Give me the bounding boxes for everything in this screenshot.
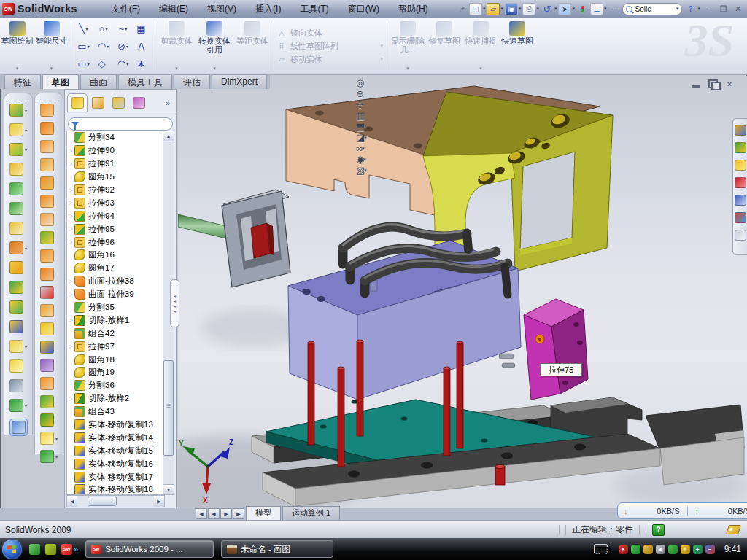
hole-wizard-icon[interactable]: ▾ <box>9 222 27 235</box>
scroll-thumb[interactable] <box>163 360 174 456</box>
no-entry-icon[interactable]: ▾ <box>40 286 58 299</box>
draft-icon[interactable]: ▾ <box>9 202 27 215</box>
scroll-up-arrow[interactable]: ▲ <box>163 131 174 141</box>
featuremanager-tab[interactable] <box>68 94 87 112</box>
green-cylinder-icon[interactable]: ▾ <box>40 413 58 427</box>
expand-arrow-icon[interactable]: ▷ <box>67 148 74 154</box>
input-method-keyboard-icon[interactable]: ⌨︎ <box>594 544 608 554</box>
taskbar-clock[interactable]: 9:41 <box>724 544 741 554</box>
antivirus-alert-icon[interactable]: ✕ <box>619 545 628 554</box>
expand-arrow-icon[interactable]: ▷ <box>67 239 74 245</box>
split-icon[interactable]: ▾ <box>9 300 27 314</box>
open-button[interactable]: ▱ <box>487 4 499 15</box>
feature-tree-item[interactable]: ▷ 实体-移动/复制16 <box>67 457 164 470</box>
intersect-icon[interactable]: ▾ <box>9 281 27 294</box>
ellipse-icon[interactable]: ⊘▾ <box>113 37 133 55</box>
toolbar-big-button[interactable]: 快速捕捉 ▾ <box>462 18 499 74</box>
ribbon-tab[interactable]: 模具工具 <box>118 74 172 89</box>
select-cursor-button[interactable]: ➤︎ <box>559 4 570 15</box>
rebuild-traffic-light-icon[interactable] <box>577 4 589 15</box>
document-tab[interactable]: 运动算例 1 <box>282 506 340 520</box>
configurationmanager-tab[interactable] <box>109 94 128 112</box>
menu-item[interactable]: 帮助(H) <box>389 1 438 18</box>
tree-horizontal-scrollbar[interactable]: ◀ ▶ <box>66 495 165 508</box>
security-app-icon[interactable] <box>45 544 56 555</box>
polygon-icon[interactable]: ◇▾ <box>93 55 113 72</box>
feature-tree-item[interactable]: ▷ 分割36 <box>67 379 164 392</box>
feature-tree-item[interactable]: ▷ 曲面-拉伸38 <box>67 275 164 288</box>
menu-item[interactable]: 窗口(W) <box>338 1 389 18</box>
feature-tree-item[interactable]: ▷ 拉伸90 <box>67 144 164 158</box>
menu-item[interactable]: 工具(T) <box>290 1 338 18</box>
network-speed-widget[interactable]: ↓ 0KB/S ↑ 0KB/S <box>617 502 747 519</box>
circle-icon[interactable]: ○▾ <box>93 20 113 37</box>
delete-face-icon[interactable]: ▾ <box>40 377 58 390</box>
rectangle-icon[interactable]: ▭▾ <box>74 37 93 55</box>
feature-tree-item[interactable]: ▷ 实体-移动/复制14 <box>67 431 164 444</box>
reference-axis-icon[interactable]: ▾ <box>9 379 27 392</box>
toolbar-list-button[interactable]: ⠿ 线性草图阵列 ▾ <box>276 41 384 52</box>
taskbar-window-solidworks[interactable]: SW SolidWorks 2009 - ... <box>85 540 214 558</box>
ruled-surface-icon[interactable]: ▾ <box>40 195 58 208</box>
point-icon[interactable]: ∗▾ <box>133 55 152 72</box>
design-library-icon[interactable] <box>735 142 746 153</box>
tag-icon[interactable] <box>726 525 741 534</box>
first-tab-button[interactable]: ◀ <box>196 508 207 519</box>
feature-tree-item[interactable]: ▷ 分割34 <box>67 131 164 144</box>
toolbar-big-button[interactable]: 剪裁实体 ▾ <box>158 18 196 74</box>
toolbar-overflow[interactable]: ⋯ <box>608 4 620 15</box>
expand-arrow-icon[interactable]: ▷ <box>67 317 74 323</box>
feature-tree-item[interactable]: ▷ 拉伸91 <box>67 158 164 171</box>
feature-tree-item[interactable]: ▷ 圆角17 <box>67 262 164 275</box>
minimize-button[interactable]: – <box>703 4 715 14</box>
scroll-left-arrow[interactable]: ◀ <box>67 496 77 507</box>
feature-tree-item[interactable]: ▷ 曲面-拉伸39 <box>67 288 164 301</box>
feature-tree-item[interactable]: ▷ 实体-移动/复制15 <box>67 444 164 457</box>
new-document-button[interactable]: ▢ <box>470 4 481 15</box>
green-block-icon[interactable]: ▾ <box>40 395 58 408</box>
feature-tree-item[interactable]: ▷ 圆角15 <box>67 171 164 184</box>
expand-arrow-icon[interactable]: ▷ <box>67 200 74 206</box>
save-button[interactable]: ▣ <box>506 4 517 15</box>
document-tab[interactable]: 模型 <box>246 506 281 520</box>
close-button[interactable]: ✕ <box>732 4 744 14</box>
feature-tree-item[interactable]: ▷ 切除-放样2 <box>67 392 164 405</box>
section-view-icon[interactable]: ▥▾ <box>356 110 367 121</box>
expand-arrow-icon[interactable]: ▷ <box>67 187 74 193</box>
toolbar-big-button[interactable]: 转换实体引用 ▾ <box>196 18 233 74</box>
model-nozzle-clamp[interactable] <box>222 190 290 287</box>
feature-tree-item[interactable]: ▷ 实体-移动/复制13 <box>67 419 164 432</box>
feature-tree-item[interactable]: ▷ 圆角18 <box>67 353 164 366</box>
fillet-icon[interactable]: ▾ <box>9 143 27 156</box>
curve-icon[interactable]: ▾ <box>9 399 27 412</box>
ribbon-tab[interactable]: 特征 <box>4 74 41 89</box>
feature-tree-item[interactable]: ▷ 组合43 <box>67 405 164 419</box>
solidworks-launcher-icon[interactable]: SW <box>61 544 72 555</box>
model-magenta-insert[interactable] <box>524 299 588 400</box>
toolbar-big-button[interactable]: 显示/删除几... ▾ <box>390 18 426 74</box>
heal-edges-icon[interactable]: ▾ <box>9 359 27 373</box>
volume-icon[interactable]: ◀ <box>656 545 665 554</box>
scene-icon[interactable]: ▨▾ <box>356 165 367 176</box>
feature-tree-item[interactable]: ▷ 组合42 <box>67 327 164 340</box>
quick-tips-icon[interactable]: ? <box>652 524 665 536</box>
line-icon[interactable]: ╲▾ <box>74 20 93 37</box>
print-button[interactable]: ⎙︎ <box>523 4 535 15</box>
delete-body-icon[interactable]: ▾ <box>9 340 27 353</box>
undo-button[interactable]: ↺ <box>541 4 553 15</box>
spline-icon[interactable]: ~▾ <box>113 20 133 37</box>
solidworks-resources-icon[interactable] <box>735 177 746 188</box>
home-icon[interactable] <box>735 125 746 136</box>
scale-icon[interactable]: ▾ <box>40 231 58 244</box>
sync-blocked-icon[interactable]: − <box>705 545 715 554</box>
feature-tree-item[interactable]: ▷ 拉伸95 <box>67 222 164 236</box>
extruded-cut-icon[interactable]: ▾ <box>9 123 27 136</box>
toolbar-big-button[interactable]: 草图绘制 ▾ <box>0 18 34 74</box>
linear-pattern-icon[interactable]: ▾ <box>9 241 27 254</box>
scroll-right-arrow[interactable]: ▶ <box>154 496 164 507</box>
network-warning-icon[interactable]: ! <box>681 545 690 554</box>
text-icon[interactable]: A▾ <box>133 37 152 55</box>
feature-tree-item[interactable]: ▷ 拉伸97 <box>67 340 164 353</box>
expand-arrow-icon[interactable]: ▷ <box>67 343 74 349</box>
next-tab-button[interactable]: ▶ <box>220 508 232 519</box>
